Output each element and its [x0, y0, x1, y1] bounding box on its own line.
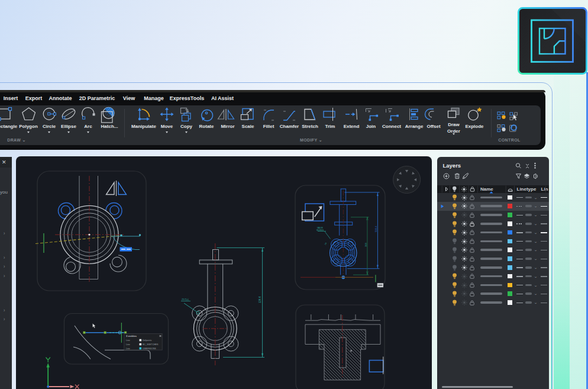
svg-text:BC_SKETCHES: BC_SKETCHES	[143, 343, 159, 346]
svg-text:Line: Line	[126, 339, 130, 342]
svg-text:WORKS: WORKS	[316, 229, 324, 232]
svg-text:531.4: 531.4	[374, 226, 377, 232]
svg-text:Defpoints: Defpoints	[143, 339, 151, 342]
svg-text:3 entities: 3 entities	[126, 335, 137, 337]
svg-text:124.4: 124.4	[259, 296, 261, 303]
svg-text:Line: Line	[126, 343, 130, 346]
svg-text:257(s): 257(s)	[182, 298, 189, 301]
svg-text:Line: Line	[126, 348, 130, 350]
svg-text:DIMENSIONS: DIMENSIONS	[143, 348, 156, 350]
svg-text:24: 24	[324, 242, 327, 245]
svg-text:368: 368	[364, 243, 367, 247]
